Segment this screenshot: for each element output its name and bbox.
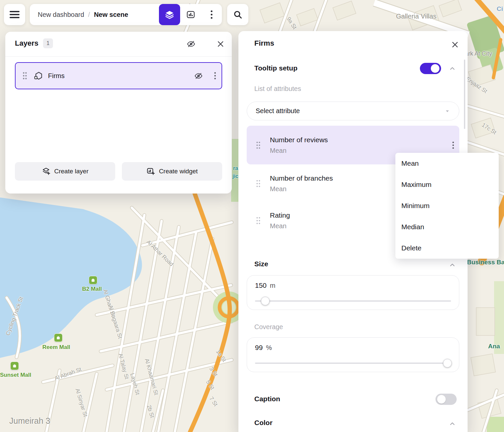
menu-item-median[interactable]: Median — [395, 216, 499, 238]
coverage-slider-handle[interactable] — [443, 359, 452, 367]
tooltip-setup-toggle[interactable] — [420, 63, 441, 74]
layer-name: Firms — [48, 72, 65, 80]
chevron-down-icon — [444, 108, 450, 114]
kebab-icon — [214, 72, 216, 79]
eye-slash-icon — [194, 72, 203, 80]
close-icon — [451, 41, 459, 48]
attribute-name: Rating — [270, 211, 290, 219]
close-icon — [217, 40, 224, 48]
drag-handle[interactable] — [16, 62, 34, 89]
menu-item-maximum[interactable]: Maximum — [395, 174, 499, 195]
attribute-select[interactable]: Select attribute — [247, 102, 459, 120]
toggle-knob — [437, 395, 446, 404]
layer-more-button[interactable] — [208, 62, 222, 89]
map-label: Ci — [497, 5, 503, 13]
panel-scrollbar[interactable] — [464, 60, 465, 129]
attribute-name: Number of reviews — [270, 136, 328, 144]
create-layer-button[interactable]: Create layer — [15, 162, 115, 181]
layers-panel: Layers 1 Firms — [5, 32, 232, 194]
attribute-name: Number of branches — [270, 174, 333, 182]
attribute-aggregation: Mean — [270, 147, 328, 154]
widget-chart-icon — [186, 10, 195, 19]
layers-panel-button[interactable] — [159, 4, 180, 25]
breadcrumb-bar: New dashboard / New scene — [30, 4, 222, 25]
aggregation-context-menu: Mean Maximum Minimum Median Delete — [395, 153, 499, 259]
coverage-control: 99 % — [247, 337, 459, 372]
mall-pin-icon — [54, 333, 63, 342]
size-slider-handle[interactable] — [261, 297, 270, 305]
menu-item-mean[interactable]: Mean — [395, 153, 499, 174]
create-layer-label: Create layer — [54, 168, 89, 175]
size-section-label: Size — [254, 260, 268, 268]
drag-dots-icon — [256, 217, 260, 224]
map-label: Reem Mall — [42, 344, 70, 351]
settings-panel-close-button[interactable] — [448, 38, 462, 51]
coverage-value-input[interactable]: 99 — [255, 344, 263, 352]
mall-pin-icon — [10, 362, 19, 370]
create-layer-icon — [42, 167, 50, 176]
map-label: Ana — [488, 343, 500, 350]
size-slider-track[interactable] — [255, 300, 451, 302]
tooltip-setup-label: Tooltip setup — [254, 64, 297, 72]
chevron-up-icon — [449, 261, 456, 269]
layers-panel-close-button[interactable] — [214, 38, 227, 50]
hamburger-icon — [10, 11, 20, 19]
menu-item-minimum[interactable]: Minimum — [395, 195, 499, 216]
size-collapse-button[interactable] — [446, 259, 458, 271]
create-widget-button[interactable]: Create widget — [122, 162, 222, 181]
map-label: ra — [233, 165, 238, 171]
create-widget-label: Create widget — [159, 168, 198, 175]
kebab-icon — [452, 142, 454, 149]
drag-handle[interactable] — [247, 204, 270, 237]
widgets-panel-button[interactable] — [180, 4, 201, 25]
layer-visibility-button[interactable] — [191, 62, 206, 89]
attribute-aggregation: Mean — [270, 185, 333, 193]
create-widget-icon — [146, 167, 155, 176]
hexagon-layer-icon — [34, 71, 43, 80]
kebab-icon — [211, 10, 213, 19]
layers-count-badge: 1 — [43, 38, 53, 48]
color-section-label: Color — [254, 419, 273, 427]
mall-pin-icon — [89, 276, 97, 284]
chevron-up-icon — [449, 65, 456, 72]
layer-item-firms[interactable]: Firms — [15, 62, 222, 89]
drag-handle[interactable] — [247, 167, 270, 200]
attributes-list-label: List of attributes — [254, 85, 301, 93]
breadcrumb-dashboard[interactable]: New dashboard — [38, 11, 84, 19]
drag-handle[interactable] — [247, 126, 270, 164]
breadcrumb-scene[interactable]: New scene — [94, 11, 128, 19]
map-label: jic — [232, 173, 238, 179]
tooltip-collapse-button[interactable] — [446, 63, 458, 74]
settings-panel-title: Firms — [254, 39, 274, 48]
divider — [5, 56, 232, 57]
chevron-up-icon — [449, 420, 456, 427]
size-value-input[interactable]: 150 — [255, 281, 267, 289]
caption-label: Caption — [254, 395, 280, 403]
coverage-unit: % — [266, 344, 272, 352]
size-unit: m — [270, 282, 276, 289]
toggle-knob — [431, 64, 439, 73]
toggle-all-visibility-button[interactable] — [184, 38, 198, 50]
hamburger-menu-button[interactable] — [4, 4, 25, 25]
breadcrumb-separator: / — [88, 11, 90, 19]
map-label: Business Ba — [467, 259, 504, 266]
eye-slash-icon — [187, 40, 195, 48]
drag-dots-icon — [256, 142, 260, 149]
coverage-label: Coverage — [254, 323, 283, 331]
attribute-aggregation: Mean — [270, 222, 290, 230]
map-label: Jumeirah 3 — [9, 416, 50, 426]
caption-toggle[interactable] — [435, 394, 457, 405]
color-collapse-button[interactable] — [446, 418, 458, 429]
attribute-select-value: Select attribute — [256, 107, 300, 115]
menu-item-delete[interactable]: Delete — [395, 238, 499, 259]
map-label: ark At City — [465, 50, 492, 57]
search-button[interactable] — [227, 4, 248, 25]
drag-dots-icon — [256, 180, 260, 187]
coverage-slider-track[interactable] — [255, 363, 451, 364]
drag-dots-icon — [23, 72, 27, 79]
layers-panel-title: Layers — [15, 39, 38, 48]
topbar-more-button[interactable] — [201, 4, 222, 25]
layer-settings-panel: Firms Tooltip setup List of attributes S… — [238, 31, 468, 432]
map-label: Sunset Mall — [0, 372, 31, 378]
size-control: 150 m — [247, 275, 459, 310]
